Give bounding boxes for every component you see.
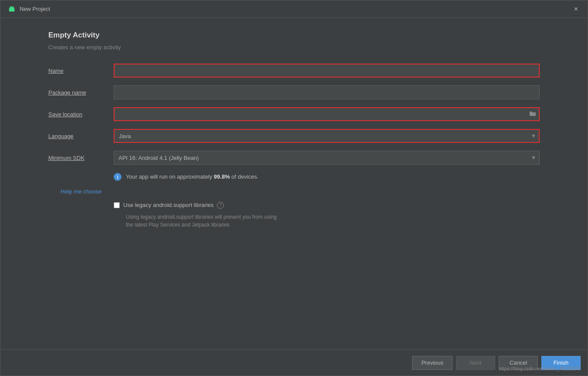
help-link[interactable]: Help me choose bbox=[61, 188, 540, 195]
info-suffix: of devices. bbox=[230, 173, 259, 180]
package-name-row: Package name com.example.androidone bbox=[48, 85, 540, 99]
info-prefix: Your app will run on approximately bbox=[126, 173, 214, 180]
dialog-title: New Project bbox=[20, 6, 50, 12]
title-bar-left: New Project bbox=[7, 5, 50, 14]
minimum-sdk-select[interactable]: API 16: Android 4.1 (Jelly Bean) API 21:… bbox=[114, 151, 540, 165]
browse-folder-button[interactable] bbox=[528, 110, 537, 119]
new-project-dialog: New Project × Empty Activity Creates a n… bbox=[0, 0, 588, 376]
save-location-label: Save location bbox=[48, 111, 114, 118]
legacy-desc-line2: the latest Play Services and Jetpack lib… bbox=[126, 221, 540, 229]
info-icon: i bbox=[114, 173, 122, 181]
legacy-checkbox-label: Use legacy android.support libraries bbox=[123, 202, 213, 208]
package-name-label: Package name bbox=[48, 89, 114, 96]
legacy-help-circle[interactable]: ? bbox=[217, 202, 224, 209]
folder-icon bbox=[529, 111, 536, 117]
language-label: Language bbox=[48, 133, 114, 139]
title-bar: New Project × bbox=[0, 0, 588, 18]
watermark: https://blog.csdn.net/weixin_46135243 bbox=[499, 366, 581, 371]
legacy-checkbox-row: Use legacy android.support libraries ? bbox=[114, 202, 540, 209]
minimum-sdk-row: Minimum SDK API 16: Android 4.1 (Jelly B… bbox=[48, 151, 540, 165]
legacy-desc-line1: Using legacy android.support libraries w… bbox=[126, 213, 540, 221]
language-select-wrapper: Java Kotlin ▼ bbox=[114, 129, 540, 143]
name-label: Name bbox=[48, 68, 114, 74]
save-location-wrapper: E:\Android bbox=[114, 107, 540, 121]
minimum-sdk-select-wrapper: API 16: Android 4.1 (Jelly Bean) API 21:… bbox=[114, 151, 540, 165]
previous-button[interactable]: Previous bbox=[412, 356, 453, 370]
package-name-input[interactable]: com.example.androidone bbox=[114, 85, 540, 99]
name-label-text: ame bbox=[52, 68, 63, 74]
save-location-input[interactable]: E:\Android bbox=[114, 107, 540, 121]
section-subtitle: Creates a new empty activity bbox=[48, 44, 540, 51]
package-label-text: ackage name bbox=[52, 89, 86, 96]
dialog-content: Empty Activity Creates a new empty activ… bbox=[0, 18, 588, 349]
name-input[interactable]: Android One bbox=[114, 64, 540, 78]
android-icon bbox=[7, 5, 16, 14]
info-section: i Your app will run on approximately 99.… bbox=[114, 173, 540, 181]
info-row: i Your app will run on approximately 99.… bbox=[114, 173, 540, 181]
legacy-description: Using legacy android.support libraries w… bbox=[126, 213, 540, 229]
language-row: Language Java Kotlin ▼ bbox=[48, 129, 540, 143]
minimum-sdk-label: Minimum SDK bbox=[48, 155, 114, 161]
language-label-text: anguage bbox=[51, 133, 74, 139]
info-percent: 99.8% bbox=[214, 173, 230, 180]
language-select[interactable]: Java Kotlin bbox=[114, 129, 540, 143]
save-label-text: ave location bbox=[52, 111, 82, 118]
close-button[interactable]: × bbox=[571, 5, 581, 14]
sdk-label-text: inimum SDK bbox=[53, 155, 84, 161]
section-title: Empty Activity bbox=[48, 31, 540, 40]
legacy-checkbox[interactable] bbox=[114, 202, 120, 208]
info-text: Your app will run on approximately 99.8%… bbox=[126, 173, 259, 181]
name-row: Name Android One bbox=[48, 64, 540, 78]
save-location-row: Save location E:\Android bbox=[48, 107, 540, 121]
dialog-footer: Previous Next Cancel Finish bbox=[0, 349, 588, 376]
next-button[interactable]: Next bbox=[456, 356, 495, 370]
